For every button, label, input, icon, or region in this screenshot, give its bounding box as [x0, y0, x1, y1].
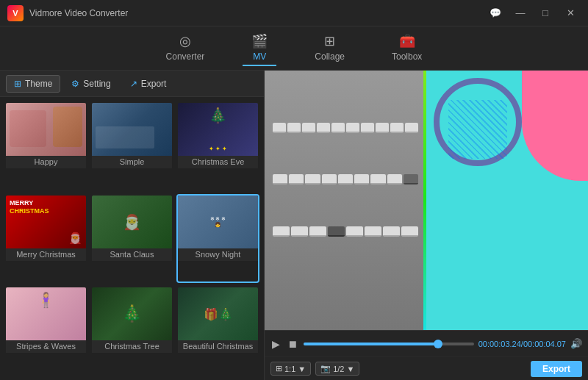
theme-label-merry-christmas: Merry Christmas [6, 248, 86, 261]
theme-item-simple[interactable]: Simple [90, 101, 173, 191]
progress-bar[interactable] [304, 343, 474, 345]
chat-button[interactable]: 💬 [485, 6, 506, 21]
time-display: 00:00:03.24/00:00:04.07 [478, 340, 566, 348]
theme-thumb-christmas-eve: 🎄 ✦ ✦ ✦ [178, 103, 258, 156]
minimize-button[interactable]: — [510, 6, 531, 21]
tab-toolbox[interactable]: 🧰 Toolbox [383, 30, 431, 66]
time-total: 00:00:04.07 [523, 340, 566, 348]
window-controls: 💬 — □ ✕ [485, 6, 581, 21]
subtab-theme-label: Theme [25, 79, 52, 89]
quality-icon: 📷 [320, 364, 331, 373]
theme-item-beautiful-christmas[interactable]: 🎁🎄 Beautiful Christmas [176, 286, 259, 376]
progress-thumb[interactable] [434, 340, 442, 348]
time-current: 00:00:03.24 [478, 340, 521, 348]
subtab-setting[interactable]: ⚙ Setting [63, 75, 118, 93]
ratio-value: 1:1 [284, 365, 295, 373]
theme-label-christmas-eve: Christmas Eve [178, 156, 258, 168]
quality-select[interactable]: 📷 1/2 ▼ [315, 362, 359, 376]
theme-grid-icon: ⊞ [14, 79, 21, 89]
tab-converter[interactable]: ◎ Converter [157, 30, 214, 66]
theme-item-snowy-night[interactable]: ❄ ❄ ❄👧 Snowy Night [176, 194, 259, 284]
tab-toolbox-label: Toolbox [392, 51, 422, 62]
theme-item-christmas-eve[interactable]: 🎄 ✦ ✦ ✦ Christmas Eve [176, 101, 259, 191]
toolbox-icon: 🧰 [399, 33, 415, 49]
theme-label-simple: Simple [92, 156, 172, 168]
converter-icon: ◎ [179, 33, 191, 49]
subtab-export[interactable]: ↗ Export [122, 75, 175, 93]
theme-grid: Happy Simple 🎄 ✦ ✦ ✦ Christmas Eve [0, 97, 264, 380]
theme-thumb-merry-christmas: MERRY CHRISTMAS 🎅 [6, 196, 86, 248]
video-controls-secondary: ⊞ 1:1 ▼ 📷 1/2 ▼ Export [265, 356, 588, 380]
tab-converter-label: Converter [166, 51, 205, 62]
export-button[interactable]: Export [531, 361, 582, 377]
theme-thumb-beautiful-christmas: 🎁🎄 [178, 287, 258, 340]
subtab-export-label: Export [141, 79, 167, 89]
theme-item-happy[interactable]: Happy [4, 101, 87, 191]
tab-mv-label: MV [253, 51, 266, 62]
theme-label-beautiful-christmas: Beautiful Christmas [178, 340, 258, 353]
progress-fill [304, 343, 438, 345]
theme-thumb-snowy-night: ❄ ❄ ❄👧 [178, 196, 258, 248]
video-controls: ▶ ⏹ 00:00:03.24/00:00:04.07 🔊 [265, 330, 588, 356]
main-content: ⊞ Theme ⚙ Setting ↗ Export Happy [0, 71, 588, 380]
theme-label-happy: Happy [6, 156, 86, 168]
collage-icon: ⊞ [324, 33, 335, 49]
right-panel: ▶ ⏹ 00:00:03.24/00:00:04.07 🔊 ⊞ 1:1 ▼ 📷 … [265, 71, 588, 380]
stop-button[interactable]: ⏹ [286, 337, 299, 351]
theme-item-christmas-tree[interactable]: 🎄 Christmas Tree [90, 286, 173, 376]
maximize-button[interactable]: □ [535, 6, 556, 21]
video-frame [265, 71, 588, 330]
tab-collage-label: Collage [315, 51, 345, 62]
export-arrow-icon: ↗ [130, 79, 137, 89]
theme-thumb-stripes-waves: 🧍‍♀️ [6, 287, 86, 340]
video-preview [265, 71, 588, 330]
mv-icon: 🎬 [251, 33, 268, 49]
titlebar: V Vidmore Video Converter 💬 — □ ✕ [0, 0, 588, 26]
close-button[interactable]: ✕ [560, 6, 581, 21]
theme-thumb-santa: 🎅 [92, 196, 172, 248]
subtab-theme[interactable]: ⊞ Theme [6, 75, 60, 93]
sub-tabs: ⊞ Theme ⚙ Setting ↗ Export [0, 71, 264, 97]
nav-tabs: ◎ Converter 🎬 MV ⊞ Collage 🧰 Toolbox [0, 26, 588, 71]
theme-item-stripes-waves[interactable]: 🧍‍♀️ Stripes & Waves [4, 286, 87, 376]
theme-label-snowy-night: Snowy Night [178, 248, 258, 261]
left-panel: ⊞ Theme ⚙ Setting ↗ Export Happy [0, 71, 265, 380]
tab-mv[interactable]: 🎬 MV [243, 30, 276, 66]
theme-thumb-simple [92, 103, 172, 156]
theme-item-santa-claus[interactable]: 🎅 Santa Claus [90, 194, 173, 284]
theme-label-stripes-waves: Stripes & Waves [6, 340, 86, 353]
quality-caret-icon: ▼ [346, 365, 354, 373]
theme-item-merry-christmas[interactable]: MERRY CHRISTMAS 🎅 Merry Christmas [4, 194, 87, 284]
ratio-icon: ⊞ [276, 364, 282, 373]
quality-value: 1/2 [333, 365, 344, 373]
theme-label-christmas-tree: Christmas Tree [92, 340, 172, 353]
ratio-caret-icon: ▼ [298, 365, 306, 373]
theme-thumb-happy [6, 103, 86, 156]
volume-icon[interactable]: 🔊 [570, 338, 582, 349]
tab-collage[interactable]: ⊞ Collage [306, 30, 354, 66]
app-logo: V [7, 5, 24, 21]
subtab-setting-label: Setting [83, 79, 110, 89]
play-button[interactable]: ▶ [270, 337, 282, 351]
theme-label-santa-claus: Santa Claus [92, 248, 172, 261]
ratio-select[interactable]: ⊞ 1:1 ▼ [270, 362, 311, 376]
setting-gear-icon: ⚙ [71, 79, 79, 89]
theme-thumb-christmas-tree: 🎄 [92, 287, 172, 340]
app-title: Vidmore Video Converter [29, 8, 485, 18]
